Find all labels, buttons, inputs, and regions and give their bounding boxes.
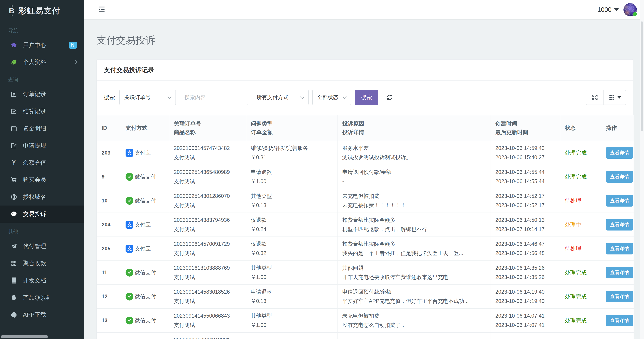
search-input[interactable] [180, 90, 248, 105]
sidebar-item-开发文档[interactable]: 开发文档 [0, 272, 84, 289]
table-tools [586, 90, 626, 105]
complaint-id: 11 [97, 261, 121, 284]
refresh-button[interactable] [382, 90, 397, 105]
book-icon [10, 276, 18, 284]
bitcoin-icon: B [9, 7, 15, 15]
column-header: ID [97, 115, 121, 141]
columns-button[interactable] [604, 90, 626, 105]
column-header: 创建时间 最后更新时间 [491, 115, 560, 141]
sidebar-item-交易投诉[interactable]: 交易投诉 [0, 205, 84, 223]
updated-time: 2023-10-06 14:56:48 [495, 249, 556, 258]
status-badge: 处理完成 [565, 174, 587, 180]
merchant-id: 1000 [598, 6, 612, 13]
fullscreen-button[interactable] [586, 90, 604, 105]
sidebar-item-结算记录[interactable]: 结算记录 [0, 103, 84, 120]
pay-method-select[interactable]: 所有支付方式 [252, 90, 308, 105]
sidebar-item-购买会员[interactable]: 购买会员 [0, 171, 84, 188]
view-detail-button[interactable]: 查看详情 [606, 267, 633, 278]
table-row: 13 微信支付 2023091414550066843支付测试 其他类型￥1.0… [97, 308, 634, 332]
sidebar-item-申请提现[interactable]: 申请提现 [0, 137, 84, 154]
sidebar-item-授权域名[interactable]: 授权域名 [0, 188, 84, 205]
sidebar-item-label: 余额充值 [23, 159, 46, 167]
order-number: 2023092514301286070 [174, 191, 242, 201]
view-detail-button[interactable]: 查看详情 [606, 171, 633, 183]
order-amount: ￥0.32 [251, 249, 333, 258]
complaints-card: 支付交易投诉记录 搜索 关联订单号 所有支付方式 全部状态 搜索 [96, 59, 633, 339]
sidebar-item-聚合收款[interactable]: 聚合收款 [0, 255, 84, 272]
sidebar-toggle-icon[interactable] [97, 5, 106, 14]
comment-icon [10, 210, 18, 218]
vertical-scrollbar-thumb[interactable] [641, 21, 643, 131]
created-time: 2023-10-06 14:50:13 [495, 215, 556, 225]
search-button[interactable]: 搜索 [355, 90, 378, 105]
order-number: 2023092514365480989 [174, 168, 242, 177]
sidebar-item-label: 结算记录 [23, 108, 46, 115]
status-badge: 处理完成 [565, 150, 587, 156]
sidebar-item-产品QQ群[interactable]: 产品QQ群 [0, 289, 84, 306]
chevron-down-icon [300, 95, 304, 99]
vertical-scrollbar[interactable] [640, 0, 644, 339]
created-time: 2023-10-06 14:07:41 [495, 311, 556, 320]
chevron-right-icon [73, 60, 78, 65]
sidebar-section-label: 其他 [0, 223, 84, 238]
card-title: 支付交易投诉记录 [97, 60, 633, 81]
view-detail-button[interactable]: 查看详情 [606, 291, 633, 302]
issue-type: 仅退款 [251, 239, 333, 249]
complaint-id [97, 332, 121, 339]
created-time: 2023-10-06 14:19:40 [495, 287, 556, 296]
sidebar-item-APP下载[interactable]: APP下载 [0, 306, 84, 323]
sidebar-item-label: 开发文档 [23, 276, 46, 284]
qq-icon [10, 294, 18, 301]
updated-time: 2023-10-06 14:07:41 [495, 320, 556, 330]
globe-icon [10, 193, 18, 201]
sidebar-item-label: 个人资料 [23, 58, 46, 66]
sidebar-item-用户中心[interactable]: 用户中心N [0, 37, 84, 54]
sidebar-item-个人资料[interactable]: 个人资料 [0, 54, 84, 71]
search-field-select[interactable]: 关联订单号 [120, 90, 176, 105]
merchant-dropdown[interactable]: 1000 [598, 6, 619, 13]
column-header: 支付方式 [121, 115, 169, 141]
status-select[interactable]: 全部状态 [312, 90, 351, 105]
view-detail-button[interactable]: 查看详情 [606, 147, 633, 159]
horizontal-scrollbar-thumb[interactable] [1, 335, 48, 338]
view-detail-button[interactable]: 查看详情 [606, 219, 633, 230]
order-amount: ￥1.00 [251, 320, 333, 330]
page-title: 支付交易投诉 [84, 19, 644, 59]
wechat-pay-icon [126, 269, 134, 276]
complaint-reason: 扣费金额比实际金额多 [342, 239, 486, 249]
sidebar-item-label: 订单记录 [23, 90, 46, 98]
status-badge: 待处理 [565, 246, 581, 252]
complaint-detail: 平安好车主APP充电充值，但好车主平台充电不成功... [342, 296, 486, 306]
complaint-id: 204 [97, 213, 121, 237]
content: 支付交易投诉 支付交易投诉记录 搜索 关联订单号 所有支付方式 全部状态 搜索 [84, 19, 644, 339]
created-time: 2023-10-06 14:46:47 [495, 239, 556, 249]
android-icon [10, 311, 18, 319]
sidebar-item-余额充值[interactable]: ¥余额充值 [0, 154, 84, 171]
avatar[interactable] [624, 3, 637, 17]
home-icon [10, 41, 18, 49]
table-row: 205 支 支付宝 2023100614570091729支付测试 仅退款￥0.… [97, 237, 634, 261]
updated-time: 2023-10-06 14:35:26 [495, 273, 556, 282]
sidebar-item-label: 购买会员 [23, 176, 46, 184]
complaint-id: 10 [97, 189, 121, 213]
product-name: 支付测试 [174, 273, 242, 282]
table-row: 10 微信支付 2023092514301286070支付测试 其他类型￥0.1… [97, 189, 634, 213]
sidebar-item-代付管理[interactable]: 代付管理 [0, 238, 84, 255]
paper-plane-icon [10, 242, 18, 250]
updated-time: 2023-10-06 14:55:44 [495, 177, 556, 186]
issue-type: 仅退款 [251, 215, 333, 225]
sidebar: B 彩虹易支付 导航用户中心N个人资料查询订单记录结算记录资金明细申请提现¥余额… [0, 0, 84, 339]
complaint-detail: 测试投诉测试投诉测试投诉。 [342, 153, 486, 162]
yen-icon: ¥ [10, 159, 18, 167]
view-detail-button[interactable]: 查看详情 [606, 243, 633, 254]
search-label: 搜索 [104, 94, 115, 101]
view-detail-button[interactable]: 查看详情 [606, 195, 633, 207]
sidebar-item-资金明细[interactable]: 资金明细 [0, 120, 84, 137]
payment-label: 微信支付 [135, 292, 156, 301]
payment-label: 微信支付 [135, 172, 156, 181]
table-row: 204 支 支付宝 2023100614383794936支付测试 仅退款￥0.… [97, 213, 634, 237]
sidebar-item-订单记录[interactable]: 订单记录 [0, 86, 84, 103]
payment-method: 微信支付 [126, 316, 164, 325]
updated-time: 2023-10-06 14:19:40 [495, 296, 556, 306]
view-detail-button[interactable]: 查看详情 [606, 315, 633, 326]
